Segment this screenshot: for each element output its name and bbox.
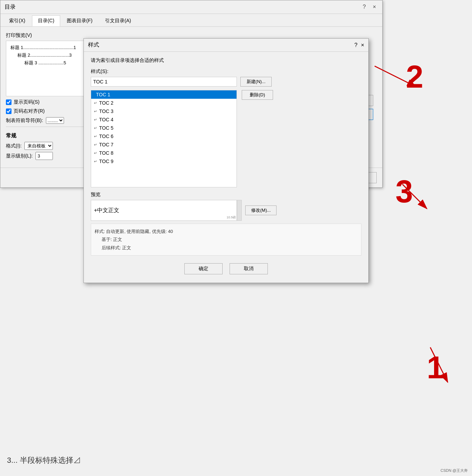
style-list-item[interactable]: ↵TOC 4 <box>91 115 237 124</box>
style-ok-button[interactable]: 确定 <box>184 263 223 274</box>
style-list-item[interactable]: ↵TOC 8 <box>91 149 237 157</box>
style-label: 样式(S): <box>91 68 361 75</box>
level-input[interactable] <box>35 152 53 160</box>
style-dialog-title: 样式 <box>88 41 99 49</box>
style-preview-box: +中文正文 10.5磅 修改(M)... <box>91 200 361 221</box>
style-close-button[interactable]: × <box>361 42 364 48</box>
style-input-row: 新建(N)... <box>91 77 361 87</box>
format-label: 格式(I): <box>6 143 22 149</box>
format-select[interactable]: 来自模板 <box>24 142 53 150</box>
style-help-button[interactable]: ? <box>354 42 358 48</box>
style-info-line2: 基于: 正文 <box>95 235 358 243</box>
arrow-1-svg <box>378 337 465 406</box>
show-page-numbers-label: 显示页码(S) <box>14 99 40 105</box>
style-list-item[interactable]: ↵TOC 7 <box>91 140 237 149</box>
bottom-text: 3... 半段标特殊选择⊿ <box>7 455 81 466</box>
style-list-item[interactable]: ↵TOC 3 <box>91 107 237 115</box>
tab-leader-label: 制表符前导符(B): <box>6 118 43 124</box>
annotation-number-3: 3 <box>395 174 413 210</box>
tab-leader-select[interactable]: ........ <box>46 117 64 124</box>
tab-citation[interactable]: 引文目录(A) <box>99 15 137 26</box>
style-list-item[interactable]: ↵TOC 2 <box>91 99 237 107</box>
show-page-numbers-checkbox[interactable] <box>6 99 11 105</box>
tabs-bar: 索引(X) 目录(C) 图表目录(F) 引文目录(A) <box>0 14 382 27</box>
print-preview-label: 打印预览(V) <box>6 32 335 39</box>
style-titlebar-controls: ? × <box>354 42 364 48</box>
level-label: 显示级别(L): <box>6 153 33 159</box>
toc-titlebar: 目录 ? × <box>0 0 382 14</box>
style-list-item[interactable]: ↵TOC 6 <box>91 132 237 140</box>
style-dialog: 样式 ? × 请为索引或目录项选择合适的样式 样式(S): 新建(N)... T… <box>83 38 369 283</box>
watermark: CSDN @王大奔 <box>441 468 468 473</box>
style-list[interactable]: TOC 1↵TOC 2↵TOC 3↵TOC 4↵TOC 5↵TOC 6↵TOC … <box>91 90 237 187</box>
style-bottom-buttons: 确定 取消 <box>91 260 361 277</box>
style-preview-size: 10.5磅 <box>226 215 236 220</box>
annotation-number-1: 1 <box>427 350 444 386</box>
style-name-input[interactable] <box>91 77 237 87</box>
style-instruction: 请为索引或目录项选择合适的样式 <box>91 57 361 64</box>
style-modify-button[interactable]: 修改(M)... <box>245 205 277 215</box>
style-cancel-button[interactable]: 取消 <box>230 263 268 274</box>
tab-index[interactable]: 索引(X) <box>3 15 31 26</box>
style-new-button[interactable]: 新建(N)... <box>240 77 272 87</box>
tab-figure[interactable]: 图表目录(F) <box>61 15 98 26</box>
style-titlebar: 样式 ? × <box>84 39 368 52</box>
tab-toc[interactable]: 目录(C) <box>32 15 60 26</box>
style-preview-label: 预览 <box>91 192 361 198</box>
toc-titlebar-controls: ? × <box>361 3 378 11</box>
toc-help-button[interactable]: ? <box>361 3 368 11</box>
style-list-item[interactable]: ↵TOC 9 <box>91 157 237 166</box>
style-info-line1: 样式: 自动更新, 使用前隐藏, 优先级: 40 <box>95 227 358 235</box>
toc-close-button[interactable]: × <box>371 3 378 11</box>
style-preview-scrollbar[interactable] <box>237 200 242 221</box>
style-list-item[interactable]: TOC 1 <box>91 90 237 99</box>
right-align-label: 页码右对齐(R) <box>14 108 45 114</box>
toc-title: 目录 <box>5 3 16 11</box>
style-list-item[interactable]: ↵TOC 5 <box>91 124 237 132</box>
style-list-container: TOC 1↵TOC 2↵TOC 3↵TOC 4↵TOC 5↵TOC 6↵TOC … <box>91 90 361 187</box>
style-delete-button[interactable]: 删除(D) <box>242 90 273 100</box>
style-info-line3: 后续样式: 正文 <box>95 244 358 252</box>
style-content: 请为索引或目录项选择合适的样式 样式(S): 新建(N)... TOC 1↵TO… <box>84 52 368 283</box>
right-align-checkbox[interactable] <box>6 108 11 114</box>
style-preview-text: +中文正文 <box>94 207 119 214</box>
style-info-box: 样式: 自动更新, 使用前隐藏, 优先级: 40 基于: 正文 后续样式: 正文 <box>91 224 361 256</box>
style-preview-content: +中文正文 10.5磅 <box>91 200 237 221</box>
annotation-number-2: 2 <box>406 59 423 95</box>
